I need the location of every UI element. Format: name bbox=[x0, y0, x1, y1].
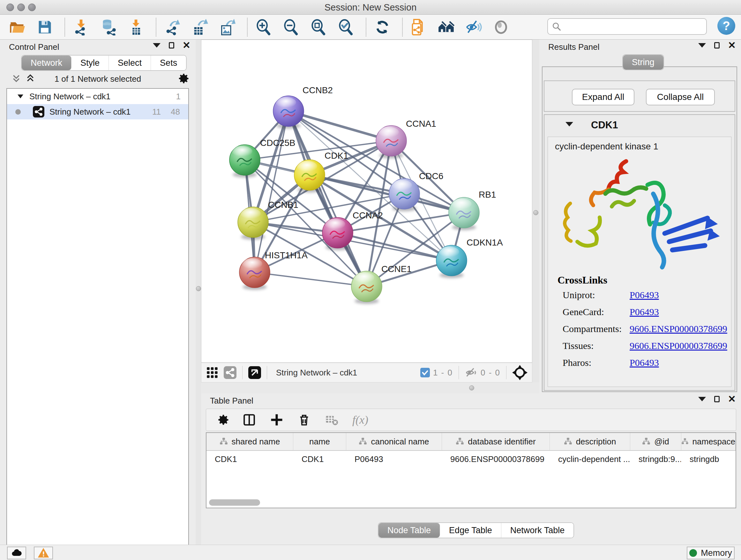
section-expander-icon[interactable] bbox=[565, 122, 573, 126]
tab-network-table[interactable]: Network Table bbox=[501, 523, 574, 538]
node-label: CCNB1 bbox=[268, 200, 298, 210]
import-network-file-icon[interactable] bbox=[73, 19, 89, 36]
hide-panels-eye-icon[interactable] bbox=[465, 19, 482, 36]
network-edge[interactable] bbox=[255, 111, 288, 272]
tree-expander-icon[interactable] bbox=[17, 94, 23, 99]
string-import-icon[interactable] bbox=[410, 19, 427, 36]
network-node-CCNA1[interactable] bbox=[376, 125, 407, 159]
selected-checkbox-icon[interactable] bbox=[420, 368, 430, 377]
column-header-namespace[interactable]: namespace bbox=[681, 433, 736, 450]
delete-column-trash-icon[interactable] bbox=[297, 413, 311, 427]
crosslink-tissues-link[interactable]: 9606.ENSP00000378699 bbox=[630, 340, 727, 351]
tab-string[interactable]: String bbox=[623, 55, 664, 70]
column-header-name[interactable]: name bbox=[293, 433, 346, 450]
column-header-description[interactable]: description bbox=[550, 433, 630, 450]
show-columns-icon[interactable] bbox=[243, 413, 256, 427]
float-panel-icon[interactable] bbox=[714, 396, 720, 402]
delete-table-icon[interactable] bbox=[325, 413, 338, 427]
column-header-shared-name[interactable]: shared name bbox=[206, 433, 293, 450]
network-node-CCNB1[interactable] bbox=[238, 207, 268, 240]
panel-menu-icon[interactable] bbox=[698, 397, 706, 401]
zoom-in-icon[interactable] bbox=[255, 19, 272, 36]
node-count: 11 bbox=[152, 107, 161, 117]
column-header-database-identifier[interactable]: database identifier bbox=[442, 433, 550, 450]
close-panel-icon[interactable]: ✕ bbox=[728, 42, 736, 49]
network-canvas[interactable]: CCNB2CCNA1CDC25BCDK1CDC6RB1CCNB1CCNA2CDK… bbox=[201, 40, 532, 363]
crosslink-pharos-link[interactable]: P06493 bbox=[630, 357, 659, 368]
memory-button[interactable]: Memory bbox=[687, 547, 735, 559]
column-header-canonical-name[interactable]: canonical name bbox=[346, 433, 442, 450]
crosslink-genecard-link[interactable]: P06493 bbox=[630, 307, 659, 317]
help-icon[interactable]: ? bbox=[718, 17, 735, 35]
close-panel-icon[interactable]: ✕ bbox=[183, 42, 191, 49]
network-node-HIST1H1A[interactable] bbox=[239, 257, 270, 290]
panel-menu-icon[interactable] bbox=[698, 43, 706, 48]
network-graph[interactable]: CCNB2CCNA1CDC25BCDK1CDC6RB1CCNB1CCNA2CDK… bbox=[201, 40, 532, 362]
bottom-splitter-grip[interactable] bbox=[469, 385, 474, 390]
tab-node-table[interactable]: Node Table bbox=[379, 523, 440, 538]
network-share-icon[interactable] bbox=[224, 366, 237, 379]
float-panel-icon[interactable] bbox=[169, 42, 174, 49]
network-node-CDC6[interactable] bbox=[389, 179, 420, 211]
left-splitter-grip[interactable] bbox=[196, 286, 201, 291]
export-network-icon[interactable] bbox=[164, 19, 181, 36]
zoom-out-icon[interactable] bbox=[283, 19, 299, 36]
table-panel: Table Panel ✕ f(x) bbox=[201, 393, 741, 545]
birds-eye-view-icon[interactable] bbox=[248, 366, 261, 379]
save-session-icon[interactable] bbox=[37, 19, 53, 36]
network-collection-row[interactable]: String Network – cdk1 1 bbox=[7, 89, 188, 104]
collapse-all-button[interactable]: Collapse All bbox=[646, 89, 715, 105]
import-table-file-icon[interactable] bbox=[128, 19, 144, 36]
crosslink-uniprot-link[interactable]: P06493 bbox=[630, 290, 659, 300]
tab-sets[interactable]: Sets bbox=[151, 56, 186, 70]
network-row-selected[interactable]: String Network – cdk1 11 48 bbox=[7, 104, 188, 119]
add-column-icon[interactable] bbox=[270, 413, 283, 427]
tab-network[interactable]: Network bbox=[22, 56, 71, 70]
function-builder-icon[interactable]: f(x) bbox=[352, 413, 368, 427]
right-splitter[interactable] bbox=[532, 40, 539, 393]
export-table-icon[interactable] bbox=[192, 19, 208, 36]
network-node-CDC25B[interactable] bbox=[229, 145, 260, 178]
search-field[interactable] bbox=[547, 18, 707, 35]
control-panel: Control Panel ✕ Network Style Select Set… bbox=[0, 40, 196, 545]
node-label: CDC25B bbox=[260, 138, 295, 148]
column-header-id[interactable]: @id bbox=[630, 433, 681, 450]
panel-menu-icon[interactable] bbox=[153, 43, 160, 48]
grid-view-icon[interactable] bbox=[206, 366, 219, 379]
gene-section-header[interactable]: CDK1 bbox=[544, 115, 735, 135]
horizontal-scrollbar-thumb[interactable] bbox=[209, 499, 260, 506]
tab-edge-table[interactable]: Edge Table bbox=[440, 523, 501, 538]
zoom-selected-icon[interactable] bbox=[338, 19, 354, 36]
network-node-RB1[interactable] bbox=[449, 197, 479, 230]
toolbar-separator bbox=[247, 18, 248, 37]
cloud-status-button[interactable] bbox=[7, 547, 26, 559]
tab-select[interactable]: Select bbox=[109, 56, 151, 70]
open-session-icon[interactable] bbox=[9, 19, 25, 36]
expand-all-button[interactable]: Expand All bbox=[572, 89, 634, 105]
right-splitter-grip[interactable] bbox=[533, 210, 538, 215]
close-panel-icon[interactable]: ✕ bbox=[728, 396, 736, 402]
tab-style[interactable]: Style bbox=[71, 56, 109, 70]
import-network-database-icon[interactable] bbox=[100, 19, 117, 36]
table-row[interactable]: CDK1 CDK1 P06493 9606.ENSP00000378699 cy… bbox=[206, 451, 736, 468]
table-options-gear-icon[interactable] bbox=[215, 413, 228, 427]
export-image-icon[interactable] bbox=[219, 19, 235, 36]
crosslink-compartments-link[interactable]: 9606.ENSP00000378699 bbox=[630, 323, 727, 334]
warnings-button[interactable] bbox=[34, 547, 53, 559]
refresh-icon[interactable] bbox=[374, 19, 391, 36]
fit-content-crosshair-icon[interactable] bbox=[512, 365, 528, 380]
network-node-CCNE1[interactable] bbox=[351, 271, 382, 304]
node-label: HIST1H1A bbox=[265, 250, 308, 260]
float-panel-icon[interactable] bbox=[714, 42, 720, 49]
hidden-eye-icon[interactable] bbox=[465, 366, 477, 379]
network-options-gear-icon[interactable] bbox=[176, 72, 189, 85]
home-networks-icon[interactable] bbox=[438, 19, 455, 36]
search-input[interactable] bbox=[561, 21, 698, 32]
network-edge[interactable] bbox=[255, 272, 367, 287]
network-edge[interactable] bbox=[288, 111, 391, 141]
network-node-CDKN1A[interactable] bbox=[436, 245, 467, 278]
zoom-fit-icon[interactable] bbox=[310, 19, 327, 36]
left-splitter[interactable] bbox=[196, 40, 201, 545]
node-label: CDC6 bbox=[419, 171, 443, 181]
show-panels-eye-icon[interactable] bbox=[493, 19, 509, 36]
